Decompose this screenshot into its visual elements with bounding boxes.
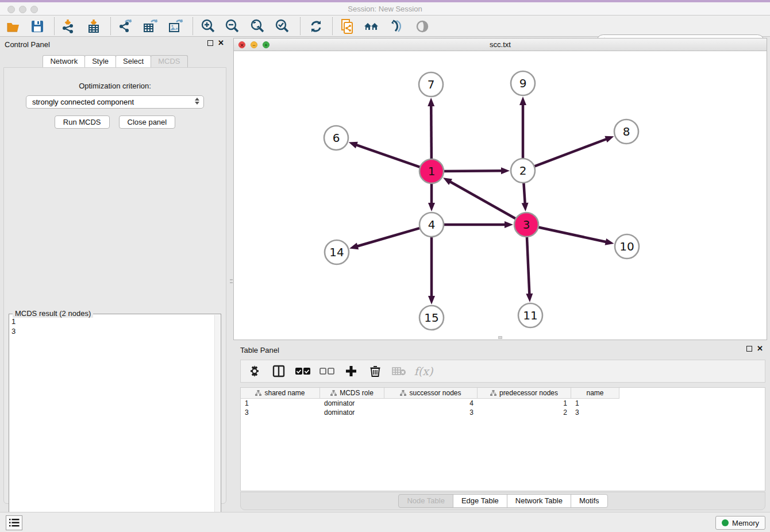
toolbar-separator [332,17,333,35]
float-table-panel-icon[interactable] [746,346,752,352]
close-panel-button[interactable]: Close panel [119,115,176,129]
apply-style-icon[interactable] [388,18,405,35]
graph-node-label-10: 10 [619,240,634,253]
edge-1-6[interactable] [355,144,421,168]
select-all-checkboxes-icon[interactable] [295,363,311,379]
arrowhead-3-11 [526,294,533,302]
graph-node-label-11: 11 [523,309,537,322]
edge-2-8[interactable] [533,138,608,167]
tab-edge-table[interactable]: Edge Table [453,494,507,508]
network-maximize-icon[interactable]: + [263,41,270,48]
optimization-criterion-dropdown[interactable]: strongly connected component [26,95,204,109]
duplicate-network-icon[interactable] [339,18,356,35]
memory-button[interactable]: Memory [715,516,765,530]
tab-select[interactable]: Select [116,55,151,67]
table-header-row: shared nameMCDS rolesuccessor nodesprede… [241,388,765,399]
table-panel-title: Table Panel [240,346,765,356]
export-table-icon[interactable] [141,18,159,35]
cell-successor-nodes[interactable]: 4 [384,399,478,408]
cell-successor-nodes[interactable]: 3 [384,408,478,417]
table-row[interactable]: 1dominator411 [241,399,765,408]
tab-mcds[interactable]: MCDS [151,55,187,67]
hierarchy-icon [255,390,261,396]
tab-style[interactable]: Style [84,55,116,67]
arrowhead-2-3 [522,203,529,211]
edge-4-14[interactable] [356,228,421,246]
float-panel-icon[interactable] [207,40,213,46]
refresh-layout-icon[interactable] [307,18,325,35]
zoom-selected-icon[interactable] [274,18,291,35]
arrowhead-1-7 [428,98,434,106]
cell-shared-name[interactable]: 3 [241,408,320,417]
table-body: 1dominator4113dominator323 [241,399,765,417]
edge-2-3[interactable] [523,182,525,205]
network-close-icon[interactable]: ✕ [238,41,245,48]
export-network-icon[interactable] [117,18,134,35]
tab-node-table[interactable]: Node Table [398,494,453,508]
function-builder-icon[interactable]: f(x) [415,363,432,379]
memory-label: Memory [732,519,759,527]
import-table-icon[interactable] [85,18,102,35]
main-toolbar [0,16,770,37]
arrowhead-1-2 [501,167,510,174]
table-toolbar: f(x) [240,360,765,383]
save-icon[interactable] [29,18,46,35]
gear-icon[interactable] [247,363,263,379]
edge-3-10[interactable] [537,227,608,242]
edge-3-1[interactable] [449,181,517,219]
delete-row-icon[interactable] [367,363,383,379]
add-row-icon[interactable] [343,363,359,379]
column-header-name[interactable]: name [571,388,619,399]
dropdown-value: strongly connected component [32,98,134,106]
cell-predecessor-nodes[interactable]: 2 [478,408,571,417]
close-panel-icon[interactable]: ✕ [218,40,224,46]
zoom-in-icon[interactable] [199,18,217,35]
panel-splitter[interactable] [229,38,233,508]
canvas-resize-handle[interactable] [498,336,502,339]
cell-MCDS-role[interactable]: dominator [320,408,384,417]
cell-shared-name[interactable]: 1 [241,399,320,408]
column-header-MCDS-role[interactable]: MCDS role [320,388,384,399]
export-image-icon[interactable] [167,18,184,35]
mcds-result-text[interactable]: 1 3 [11,317,213,527]
task-history-button[interactable] [6,515,22,530]
control-panel-tabs: NetworkStyleSelectMCDS [0,55,230,67]
arrowhead-4-14 [349,243,359,250]
edge-3-11[interactable] [527,236,530,296]
tab-network-table[interactable]: Network Table [507,494,571,508]
arrowhead-3-1 [443,178,452,185]
graph-node-label-3: 3 [523,218,530,232]
network-view-window: ✕ − + scc.txt 7968124314101511 [233,38,767,340]
delete-table-icon[interactable] [391,363,407,379]
eye-hidden-icon[interactable] [414,18,431,35]
columns-icon[interactable] [271,363,287,379]
edge-1-7[interactable] [431,104,432,160]
control-panel-title: Control Panel [5,40,225,51]
close-table-panel-icon[interactable]: ✕ [757,346,763,352]
edge-1-2[interactable] [442,171,503,171]
node-table[interactable]: shared nameMCDS rolesuccessor nodesprede… [240,387,765,491]
cell-MCDS-role[interactable]: dominator [320,399,384,408]
cell-name[interactable]: 1 [571,399,619,408]
tab-motifs[interactable]: Motifs [571,494,608,508]
mcds-result-scrollbar[interactable] [214,315,220,529]
arrowhead-4-3 [505,221,513,228]
column-header-shared-name[interactable]: shared name [241,388,320,399]
home-icon[interactable] [363,18,380,35]
import-network-icon[interactable] [59,18,76,35]
column-header-predecessor-nodes[interactable]: predecessor nodes [478,388,571,399]
table-row[interactable]: 3dominator323 [241,408,765,417]
network-canvas[interactable]: 7968124314101511 [234,51,767,340]
zoom-out-icon[interactable] [224,18,241,35]
column-header-successor-nodes[interactable]: successor nodes [384,388,478,399]
network-window-titlebar: ✕ − + scc.txt [234,38,767,51]
network-minimize-icon[interactable]: − [251,41,257,48]
cell-predecessor-nodes[interactable]: 1 [478,399,571,408]
zoom-fit-icon[interactable] [249,18,266,35]
network-graph[interactable]: 7968124314101511 [234,51,767,340]
open-file-icon[interactable] [5,18,22,35]
run-mcds-button[interactable]: Run MCDS [55,115,110,129]
tab-network[interactable]: Network [43,55,85,67]
deselect-all-checkboxes-icon[interactable] [319,363,335,379]
cell-name[interactable]: 3 [571,408,619,417]
